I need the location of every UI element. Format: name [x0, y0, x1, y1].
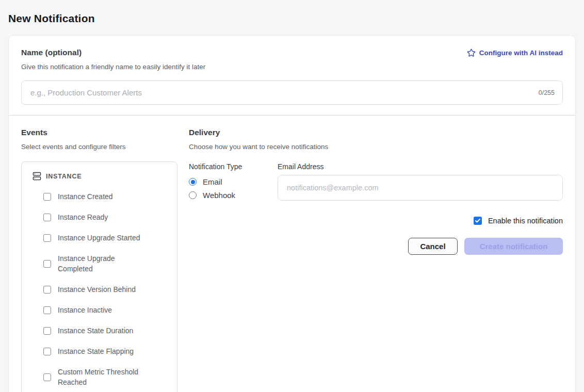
checkbox-unchecked[interactable] [43, 348, 51, 355]
events-subtitle: Select events and configure filters [21, 143, 177, 151]
checkbox-unchecked[interactable] [43, 327, 51, 335]
email-address-label: Email Address [278, 162, 563, 171]
enable-notification-row[interactable]: Enable this notification [189, 217, 563, 225]
event-label: Instance Created [58, 191, 113, 202]
checkbox-unchecked[interactable] [43, 193, 51, 201]
event-label: Instance Upgrade Completed [58, 253, 149, 274]
enable-checkbox[interactable] [474, 217, 482, 225]
enable-notification-label: Enable this notification [488, 217, 563, 225]
checkbox-unchecked[interactable] [43, 306, 51, 314]
name-section: Name (optional) Configure with AI instea… [9, 36, 575, 115]
radio-webhook-control[interactable] [189, 191, 197, 199]
radio-email-control[interactable] [189, 178, 197, 186]
checkbox-unchecked[interactable] [43, 214, 51, 221]
server-icon [33, 172, 41, 181]
delivery-heading: Delivery [189, 128, 563, 137]
delivery-section: Delivery Choose how you want to receive … [189, 128, 563, 392]
event-label: Instance Inactive [58, 305, 112, 315]
event-row-custom-metric-threshold[interactable]: Custom Metric Threshold Reached [43, 367, 170, 387]
radio-email-label: Email [203, 177, 222, 186]
event-row-instance-upgrade-completed[interactable]: Instance Upgrade Completed [43, 253, 170, 274]
email-input[interactable] [278, 175, 563, 201]
event-group-instance: INSTANCE [33, 172, 170, 181]
event-label: Instance State Duration [58, 325, 133, 336]
notification-form-card: Name (optional) Configure with AI instea… [8, 35, 576, 392]
delivery-subtitle: Choose how you want to receive notificat… [189, 143, 563, 151]
configure-with-ai-label: Configure with AI instead [479, 49, 563, 57]
event-row-instance-ready[interactable]: Instance Ready [43, 212, 170, 222]
event-row-instance-inactive[interactable]: Instance Inactive [43, 305, 170, 315]
name-section-subtitle: Give this notification a friendly name t… [21, 63, 563, 71]
event-row-instance-version-behind[interactable]: Instance Version Behind [43, 284, 170, 295]
cancel-button[interactable]: Cancel [408, 238, 458, 255]
event-label: Instance Upgrade Started [58, 233, 140, 243]
event-row-instance-state-flapping[interactable]: Instance State Flapping [43, 346, 170, 356]
events-section: Events Select events and configure filte… [21, 128, 177, 392]
radio-webhook-label: Webhook [203, 191, 235, 200]
radio-webhook[interactable]: Webhook [189, 191, 278, 200]
checkbox-unchecked[interactable] [43, 373, 51, 381]
page-title: New Notification [0, 0, 584, 25]
char-counter: 0/255 [539, 89, 555, 96]
create-notification-button[interactable]: Create notification [464, 238, 563, 255]
event-row-instance-upgrade-started[interactable]: Instance Upgrade Started [43, 233, 170, 243]
event-row-instance-state-duration[interactable]: Instance State Duration [43, 325, 170, 336]
checkbox-unchecked[interactable] [43, 234, 51, 242]
event-group-instance-label: INSTANCE [46, 173, 82, 180]
notification-type-label: Notification Type [189, 162, 278, 171]
radio-email[interactable]: Email [189, 177, 278, 186]
checkbox-unchecked[interactable] [43, 260, 51, 268]
events-heading: Events [21, 128, 177, 137]
event-label: Instance State Flapping [58, 346, 134, 356]
configure-with-ai-link[interactable]: Configure with AI instead [467, 48, 563, 57]
checkbox-unchecked[interactable] [43, 286, 51, 293]
event-label: Custom Metric Threshold Reached [58, 367, 149, 387]
event-label: Instance Version Behind [58, 284, 136, 295]
event-row-instance-created[interactable]: Instance Created [43, 191, 170, 202]
name-input[interactable] [21, 80, 563, 105]
star-icon [467, 48, 476, 57]
event-label: Instance Ready [58, 212, 108, 222]
name-section-heading: Name (optional) [21, 48, 82, 57]
events-panel: INSTANCE Instance Created Instance Ready… [21, 161, 177, 392]
